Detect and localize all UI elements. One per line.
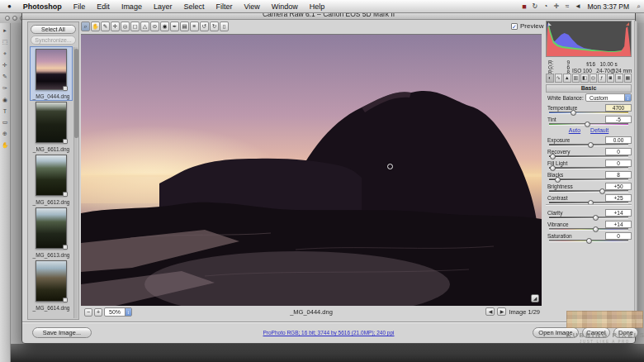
tab-presets-icon[interactable]: ≣: [615, 74, 623, 83]
graduated-filter-tool-icon[interactable]: ▤: [180, 21, 189, 31]
color-sampler-tool-icon[interactable]: ✛: [111, 21, 120, 31]
preferences-icon[interactable]: ≡: [190, 21, 199, 31]
thumbnail-mg6614[interactable]: _MG_6614.dng: [31, 259, 72, 312]
filmstrip-scrollbar[interactable]: [73, 47, 78, 318]
targeted-adjustment-tool-icon[interactable]: ◎: [121, 21, 130, 31]
white-balance-stepper-icon[interactable]: ↕: [624, 94, 631, 101]
clarity-input[interactable]: +14: [605, 209, 632, 217]
scrollbar-thumb[interactable]: [74, 49, 78, 138]
menu-help[interactable]: Help: [304, 2, 331, 11]
thumbnail-mg6611[interactable]: _MG_6611.dng: [31, 100, 72, 153]
select-all-button[interactable]: Select All: [31, 25, 76, 34]
temperature-input[interactable]: 4700: [605, 104, 632, 112]
zoom-out-button[interactable]: −: [84, 308, 92, 317]
menu-layer[interactable]: Layer: [148, 2, 178, 11]
displays-menu-icon[interactable]: ✛: [551, 2, 561, 10]
blacks-slider-thumb[interactable]: [555, 177, 561, 183]
app-status-icon[interactable]: ■: [519, 2, 529, 11]
thumbnail-image[interactable]: [36, 207, 67, 249]
clarity-slider[interactable]: [549, 217, 628, 219]
tab-tone-curve-icon[interactable]: ∿: [555, 74, 563, 83]
zoom-level-select[interactable]: 50%↕: [104, 307, 132, 317]
ps-tool-icon[interactable]: ✋: [2, 142, 9, 149]
synchronize-button[interactable]: Synchronize...: [31, 36, 76, 45]
panel-scrollbar[interactable]: [634, 21, 637, 320]
white-balance-tool-icon[interactable]: ✎: [101, 21, 110, 31]
ps-tool-icon[interactable]: ✛: [2, 62, 7, 69]
sync-menu-icon[interactable]: ↻: [529, 2, 540, 10]
blacks-input[interactable]: 8: [605, 171, 632, 179]
shadow-clipping-indicator[interactable]: [548, 22, 552, 26]
menu-view[interactable]: View: [238, 2, 265, 11]
workflow-options-link[interactable]: ProPhoto RGB; 16 bit; 3744 by 5616 (21.0…: [263, 330, 395, 336]
brightness-slider[interactable]: [549, 190, 628, 193]
ps-tool-icon[interactable]: ▭: [2, 119, 8, 126]
menu-edit[interactable]: Edit: [91, 2, 116, 11]
thumbnail-image[interactable]: [36, 260, 67, 302]
ps-tool-icon[interactable]: ▸: [3, 27, 7, 34]
zoom-in-button[interactable]: +: [94, 308, 102, 317]
auto-link[interactable]: Auto: [569, 127, 580, 133]
recovery-slider-thumb[interactable]: [550, 154, 556, 160]
tab-split-toning-icon[interactable]: ◧: [580, 74, 589, 83]
window-close-button[interactable]: [5, 16, 10, 21]
tint-slider-thumb[interactable]: [585, 121, 590, 127]
temperature-slider-thumb[interactable]: [571, 110, 576, 116]
ps-tool-icon[interactable]: ◉: [2, 97, 7, 103]
fullscreen-toggle-button[interactable]: ◢: [531, 294, 539, 302]
recovery-slider[interactable]: [549, 155, 628, 158]
clarity-slider-thumb[interactable]: [593, 215, 599, 221]
temperature-slider[interactable]: [549, 112, 628, 114]
ps-tool-icon[interactable]: ⬚: [2, 39, 8, 45]
straighten-tool-icon[interactable]: △: [140, 21, 149, 31]
zoom-stepper-icon[interactable]: ↕: [125, 308, 131, 316]
apple-menu-icon[interactable]: ●: [0, 2, 17, 10]
menu-photoshop[interactable]: Photoshop: [17, 2, 68, 11]
wifi-icon[interactable]: ≈: [561, 2, 572, 10]
zoom-tool-icon[interactable]: ⌕: [81, 21, 90, 31]
white-balance-select[interactable]: Custom↕: [585, 93, 632, 102]
thumbnail-mg6612[interactable]: _MG_6612.dng: [31, 153, 72, 206]
ps-tool-icon[interactable]: T: [3, 108, 7, 114]
highlight-clipping-indicator[interactable]: [626, 22, 629, 26]
exposure-slider-thumb[interactable]: [588, 142, 594, 148]
tab-camera-calibration-icon[interactable]: ◙: [607, 74, 615, 83]
fill-light-slider-thumb[interactable]: [550, 165, 556, 171]
brightness-input[interactable]: +50: [605, 183, 632, 190]
default-link[interactable]: Default: [590, 127, 608, 133]
window-minimize-button[interactable]: [12, 16, 17, 21]
thumbnail-mg0444[interactable]: _MG_0444.dng: [31, 47, 72, 100]
save-image-button[interactable]: Save Image...: [32, 327, 92, 338]
fill-light-input[interactable]: 0: [605, 160, 632, 167]
vibrance-slider[interactable]: [549, 228, 628, 231]
saturation-slider-thumb[interactable]: [586, 238, 592, 244]
spotlight-icon[interactable]: ⌕: [633, 2, 644, 11]
vibrance-slider-thumb[interactable]: [593, 226, 599, 232]
hand-tool-icon[interactable]: ✋: [91, 21, 100, 31]
brightness-slider-thumb[interactable]: [599, 188, 605, 194]
tint-slider[interactable]: [549, 123, 628, 126]
blacks-slider[interactable]: [549, 179, 628, 181]
time-machine-icon[interactable]: ◔: [540, 2, 551, 10]
adjustment-brush-tool-icon[interactable]: ✒: [170, 21, 179, 31]
rotate-right-icon[interactable]: ↻: [210, 21, 219, 31]
ps-tool-icon[interactable]: ⊕: [2, 131, 7, 137]
thumbnail-image[interactable]: [36, 49, 67, 90]
saturation-input[interactable]: 0: [605, 232, 632, 240]
thumbnail-mg6613[interactable]: _MG_6613.dng: [31, 206, 72, 259]
tab-lens-corrections-icon[interactable]: ◎: [590, 74, 598, 83]
ps-tool-icon[interactable]: ✎: [2, 74, 7, 80]
menu-select[interactable]: Select: [178, 2, 210, 11]
saturation-slider[interactable]: [549, 240, 628, 242]
thumbnail-image[interactable]: [36, 155, 67, 196]
tab-hsl-grayscale-icon[interactable]: ▥: [572, 74, 580, 83]
rotate-left-icon[interactable]: ↺: [200, 21, 209, 31]
tab-basic-icon[interactable]: ◐: [546, 74, 554, 83]
exposure-slider[interactable]: [549, 144, 628, 146]
menu-bar-clock[interactable]: Mon 3:37 PM: [583, 2, 633, 11]
exposure-input[interactable]: 0.00: [605, 136, 632, 144]
menu-filter[interactable]: Filter: [210, 2, 238, 11]
tint-input[interactable]: -5: [605, 116, 632, 123]
red-eye-removal-tool-icon[interactable]: ◉: [160, 21, 169, 31]
previous-image-button[interactable]: ◀: [485, 307, 495, 316]
